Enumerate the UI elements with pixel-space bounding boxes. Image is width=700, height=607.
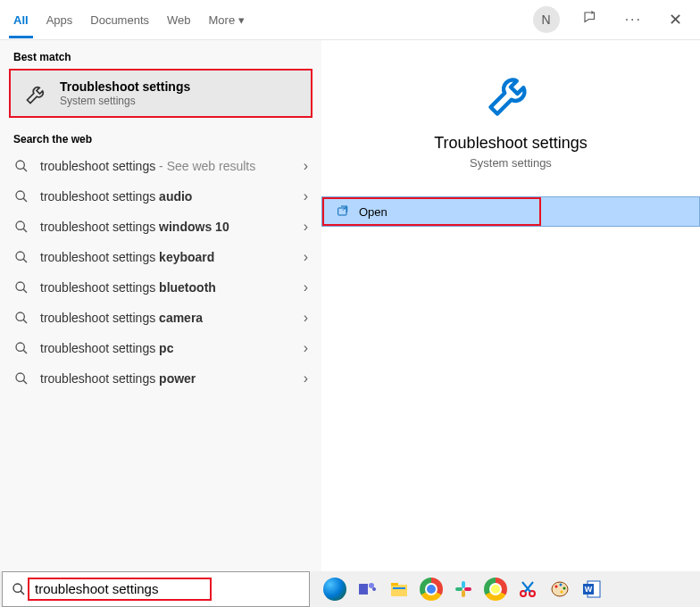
svg-point-11 [369,583,374,588]
web-result[interactable]: troubleshoot settings pc › [0,333,321,363]
web-result[interactable]: troubleshoot settings keyboard › [0,242,321,272]
taskbar-apps: W [312,575,615,603]
svg-point-6 [16,343,24,351]
search-icon [13,250,29,264]
chevron-right-icon: › [304,249,308,265]
close-icon[interactable]: ✕ [664,5,687,34]
svg-rect-13 [391,585,407,596]
search-input[interactable] [35,581,204,596]
svg-text:W: W [585,585,593,594]
feedback-icon[interactable] [578,5,603,34]
search-icon [13,189,29,204]
svg-point-5 [16,312,24,320]
svg-rect-14 [391,583,398,586]
taskbar-app-teams[interactable] [353,575,381,603]
tab-more[interactable]: More ▾ [209,3,246,37]
svg-point-23 [555,586,558,588]
svg-point-24 [560,584,562,586]
svg-point-25 [563,587,566,590]
tab-apps[interactable]: Apps [46,3,73,37]
svg-rect-10 [359,584,368,595]
web-result-text: troubleshoot settings power [40,371,293,386]
results-panel: Best match Troubleshoot settings System … [0,40,321,571]
taskbar-app-snip[interactable] [513,575,542,603]
wrench-large-icon [484,67,538,121]
svg-point-2 [16,221,24,229]
search-icon [12,582,26,596]
preview-panel: Troubleshoot settings System settings Op… [321,40,700,571]
svg-point-1 [16,191,24,199]
search-icon [13,311,29,325]
chevron-right-icon: › [304,370,308,387]
wrench-icon [24,81,49,106]
preview-title: Troubleshoot settings [434,134,587,153]
taskbar: W [0,571,700,607]
top-tabs: All Apps Documents Web More ▾ N ··· ✕ [0,0,700,40]
svg-point-7 [16,373,24,381]
web-result[interactable]: troubleshoot settings - See web results … [0,151,321,181]
section-search-web: Search the web [0,122,321,151]
chevron-right-icon: › [304,279,308,295]
open-icon [336,204,350,219]
svg-rect-8 [338,208,346,215]
search-icon [13,341,29,355]
taskbar-app-paint[interactable] [546,575,574,603]
taskbar-app-chrome[interactable] [417,575,446,603]
search-icon [13,371,29,386]
taskbar-app-slack[interactable] [449,575,478,603]
open-button[interactable]: Open [321,196,700,227]
svg-point-9 [13,584,21,592]
search-icon [13,280,29,295]
best-match-result[interactable]: Troubleshoot settings System settings [9,69,312,118]
open-label: Open [359,205,388,219]
svg-point-26 [561,591,563,594]
chevron-right-icon: › [304,188,308,204]
web-result-text: troubleshoot settings audio [40,189,293,204]
svg-rect-19 [464,587,471,591]
search-box[interactable] [2,571,310,607]
tab-documents[interactable]: Documents [90,3,149,37]
web-result-text: troubleshoot settings camera [40,311,293,325]
svg-point-3 [16,252,24,260]
tab-web[interactable]: Web [167,3,191,37]
web-result-text: troubleshoot settings bluetooth [40,280,293,295]
svg-rect-17 [455,587,462,591]
svg-point-4 [16,282,24,290]
web-result-text: troubleshoot settings windows 10 [40,220,293,234]
taskbar-app-chrome-canary[interactable] [481,575,510,603]
svg-rect-16 [462,581,465,588]
chevron-down-icon: ▾ [238,13,245,27]
web-result-text: troubleshoot settings pc [40,341,293,355]
web-result[interactable]: troubleshoot settings bluetooth › [0,272,321,303]
web-result[interactable]: troubleshoot settings camera › [0,303,321,333]
taskbar-app-word[interactable]: W [578,575,606,603]
taskbar-app-edge[interactable] [321,575,349,603]
chevron-right-icon: › [304,219,308,235]
taskbar-app-explorer[interactable] [385,575,413,603]
web-result[interactable]: troubleshoot settings power › [0,363,321,394]
search-icon [13,159,29,173]
preview-subtitle: System settings [470,156,552,170]
search-icon [13,220,29,234]
section-best-match: Best match [0,40,321,69]
tab-all[interactable]: All [13,3,29,37]
more-options-icon[interactable]: ··· [621,7,646,32]
web-result-text: troubleshoot settings keyboard [40,250,293,264]
best-match-subtitle: System settings [60,95,190,107]
user-avatar[interactable]: N [533,6,560,33]
web-result[interactable]: troubleshoot settings windows 10 › [0,212,321,242]
chevron-right-icon: › [304,158,308,174]
chevron-right-icon: › [304,310,308,326]
best-match-title: Troubleshoot settings [60,79,190,94]
chevron-right-icon: › [304,340,308,356]
svg-point-0 [16,161,24,169]
svg-rect-15 [393,587,405,589]
svg-rect-18 [462,590,465,597]
web-result[interactable]: troubleshoot settings audio › [0,181,321,212]
svg-point-12 [372,587,376,591]
web-result-text: troubleshoot settings - See web results [40,159,293,173]
